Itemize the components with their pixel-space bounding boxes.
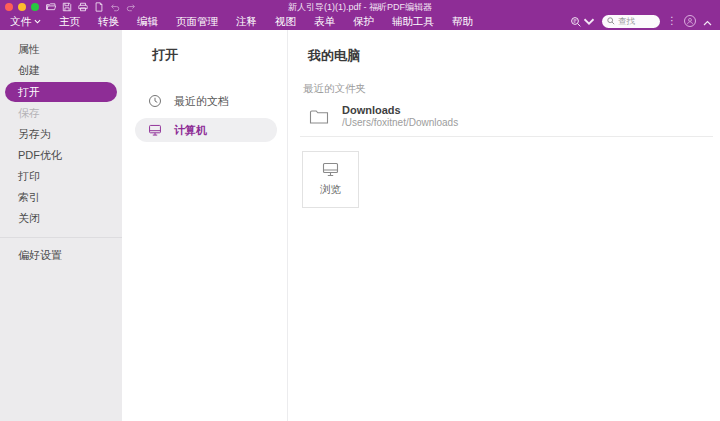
menu-bar: 文件 主页 转换 编辑 页面管理 注释 视图 表单 保护 辅助工具 帮助 (0, 14, 720, 30)
search-box[interactable] (602, 15, 660, 28)
quick-access-toolbar (45, 2, 136, 13)
collapse-toolbar-icon[interactable] (703, 12, 712, 30)
chevron-down-icon (583, 16, 595, 27)
minimize-window-button[interactable] (18, 3, 26, 11)
folder-icon (309, 108, 329, 125)
open-item-computer[interactable]: 计算机 (135, 118, 277, 142)
undo-icon[interactable] (109, 2, 120, 13)
sidebar-item-index[interactable]: 索引 (0, 187, 122, 208)
computer-icon (148, 123, 162, 137)
account-icon[interactable] (684, 15, 696, 27)
sidebar-item-print[interactable]: 打印 (0, 166, 122, 187)
titlebar: 新人引导(1)(1).pdf - 福昕PDF编辑器 (0, 0, 720, 14)
clock-icon (148, 94, 162, 108)
find-replace-icon[interactable] (570, 16, 595, 27)
sidebar-item-save: 保存 (0, 103, 122, 124)
sidebar-item-properties[interactable]: 属性 (0, 39, 122, 60)
open-panel: 打开 最近的文档 计算机 (122, 30, 288, 421)
search-input[interactable] (618, 16, 655, 26)
file-sidebar: 属性 创建 打开 保存 另存为 PDF优化 打印 索引 关闭 偏好设置 (0, 30, 122, 421)
new-document-icon[interactable] (93, 2, 104, 13)
open-panel-title: 打开 (152, 46, 287, 64)
sidebar-item-save-as[interactable]: 另存为 (0, 124, 122, 145)
redo-icon[interactable] (125, 2, 136, 13)
print-icon[interactable] (77, 2, 88, 13)
sidebar-item-pdf-optimize[interactable]: PDF优化 (0, 145, 122, 166)
recent-folders-label: 最近的文件夹 (303, 82, 720, 96)
folder-name: Downloads (342, 104, 458, 117)
panel-divider (300, 136, 713, 137)
zoom-window-button[interactable] (31, 3, 39, 11)
close-window-button[interactable] (5, 3, 13, 11)
my-computer-title: 我的电脑 (308, 47, 720, 65)
more-options-icon[interactable]: ⋮ (667, 16, 677, 26)
menu-file-label: 文件 (10, 14, 31, 28)
folder-info: Downloads /Users/foxitnet/Downloads (342, 104, 458, 129)
open-item-label: 最近的文档 (174, 94, 229, 109)
menu-help[interactable]: 帮助 (443, 14, 482, 28)
backstage-view: 属性 创建 打开 保存 另存为 PDF优化 打印 索引 关闭 偏好设置 打开 最… (0, 30, 720, 421)
menu-protect[interactable]: 保护 (344, 14, 383, 28)
open-location-list: 最近的文档 计算机 (122, 89, 287, 142)
menu-file[interactable]: 文件 (10, 14, 50, 28)
open-item-recent-documents[interactable]: 最近的文档 (135, 89, 277, 113)
save-icon[interactable] (61, 2, 72, 13)
menu-comment[interactable]: 注释 (227, 14, 266, 28)
traffic-lights (5, 3, 39, 11)
computer-icon (322, 162, 339, 177)
foxit-pdf-editor-window: 新人引导(1)(1).pdf - 福昕PDF编辑器 文件 主页 转换 编辑 页面… (0, 0, 720, 421)
menu-page-management[interactable]: 页面管理 (167, 14, 227, 28)
sidebar-item-create[interactable]: 创建 (0, 60, 122, 81)
search-icon (607, 17, 615, 25)
window-header: 新人引导(1)(1).pdf - 福昕PDF编辑器 文件 主页 转换 编辑 页面… (0, 0, 720, 30)
recent-folder-downloads[interactable]: Downloads /Users/foxitnet/Downloads (309, 103, 720, 129)
menubar-right-tools: ⋮ (570, 12, 712, 30)
menu-convert[interactable]: 转换 (89, 14, 128, 28)
sidebar-item-open[interactable]: 打开 (5, 82, 117, 102)
sidebar-divider (0, 237, 122, 238)
menu-home[interactable]: 主页 (50, 14, 89, 28)
folder-path: /Users/foxitnet/Downloads (342, 117, 458, 129)
sidebar-item-close[interactable]: 关闭 (0, 208, 122, 229)
sidebar-item-preferences[interactable]: 偏好设置 (0, 245, 122, 266)
menu-view[interactable]: 视图 (266, 14, 305, 28)
menu-accessibility[interactable]: 辅助工具 (383, 14, 443, 28)
browse-button[interactable]: 浏览 (302, 151, 359, 208)
open-item-label: 计算机 (174, 123, 207, 138)
browse-label: 浏览 (320, 183, 341, 197)
menu-edit[interactable]: 编辑 (128, 14, 167, 28)
my-computer-panel: 我的电脑 最近的文件夹 Downloads /Users/foxitnet/Do… (288, 30, 720, 421)
chevron-down-icon (34, 19, 41, 24)
menu-form[interactable]: 表单 (305, 14, 344, 28)
open-folder-icon[interactable] (45, 2, 56, 13)
